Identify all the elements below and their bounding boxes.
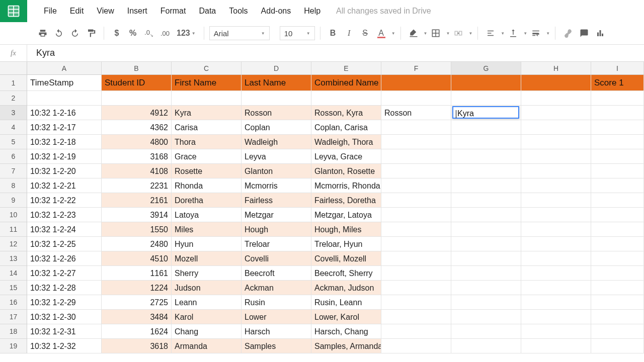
borders-icon[interactable] [428,26,443,41]
cell[interactable] [381,178,451,193]
cell[interactable] [451,266,521,281]
cell[interactable] [521,208,591,222]
cell[interactable]: 4510 [102,251,172,266]
cell[interactable] [521,281,591,295]
cell[interactable]: 10:32 1-2-19 [27,149,102,164]
cell[interactable]: 10:32 1-2-20 [27,164,102,178]
bold-button[interactable]: B [326,26,341,41]
cell[interactable] [591,106,644,120]
row-header-9[interactable]: 9 [0,193,27,208]
cell[interactable] [591,295,644,310]
cell[interactable] [451,339,521,353]
print-icon[interactable] [35,26,50,41]
insert-chart-icon[interactable] [593,26,608,41]
cell[interactable]: Covelli, Mozell [311,251,381,266]
cell[interactable] [591,208,644,222]
header-cell[interactable] [381,75,451,91]
column-header-I[interactable]: I [591,62,644,74]
cell[interactable]: 10:32 1-2-22 [27,193,102,208]
cell[interactable] [102,91,172,106]
cell[interactable]: 3618 [102,339,172,353]
cell[interactable] [591,266,644,281]
cell[interactable] [451,135,521,149]
cell[interactable] [451,208,521,222]
cell[interactable]: Glanton, Rosette [311,164,381,178]
cell[interactable] [451,324,521,339]
cell[interactable] [521,222,591,237]
cell[interactable]: 3168 [102,149,172,164]
cell[interactable] [381,208,451,222]
cell[interactable]: Latoya [172,208,242,222]
row-header-2[interactable]: 2 [0,91,27,106]
formula-input[interactable]: Kyra [27,45,644,61]
cell[interactable] [591,281,644,295]
cell[interactable] [521,237,591,251]
select-all-corner[interactable] [0,62,27,74]
cell[interactable]: Coplan, Carisa [311,120,381,135]
row-header-13[interactable]: 13 [0,251,27,266]
header-cell[interactable]: Student ID [102,75,172,91]
cell[interactable]: Mcmorris [242,178,311,193]
cell[interactable] [381,310,451,324]
text-color-dropdown-icon[interactable]: ▼ [391,31,395,36]
cell[interactable]: Karol [172,310,242,324]
cell[interactable] [451,310,521,324]
cell[interactable]: Rusin, Leann [311,295,381,310]
cell[interactable] [521,193,591,208]
menu-data[interactable]: Data [192,7,222,16]
column-header-C[interactable]: C [172,62,242,74]
cell[interactable]: 10:32 1-2-30 [27,310,102,324]
cell[interactable]: Lower, Karol [311,310,381,324]
cell[interactable]: 10:32 1-2-26 [27,251,102,266]
cell[interactable]: Fairless, Doretha [311,193,381,208]
cell[interactable] [451,149,521,164]
column-header-F[interactable]: F [381,62,451,74]
row-header-3[interactable]: 3 [0,106,27,120]
cell[interactable]: Hough, Miles [311,222,381,237]
cell[interactable] [381,237,451,251]
cell[interactable]: Leyva [242,149,311,164]
merge-cells-icon[interactable] [451,26,466,41]
row-header-12[interactable]: 12 [0,237,27,251]
fill-color-icon[interactable] [406,26,421,41]
column-header-A[interactable]: A [27,62,102,74]
row-header-14[interactable]: 14 [0,266,27,281]
column-header-H[interactable]: H [521,62,591,74]
cell[interactable] [172,91,242,106]
cell[interactable] [521,310,591,324]
cell[interactable] [521,106,591,120]
cell[interactable] [591,222,644,237]
cell[interactable]: Judson [172,281,242,295]
cell[interactable]: Wadleigh, Thora [311,135,381,149]
cell[interactable]: Carisa [172,120,242,135]
column-header-B[interactable]: B [102,62,172,74]
cell[interactable] [591,164,644,178]
cell[interactable]: 10:32 1-2-23 [27,208,102,222]
cell[interactable]: 1161 [102,266,172,281]
cell[interactable] [591,237,644,251]
cell[interactable]: Samples [242,339,311,353]
cell[interactable]: 10:32 1-2-27 [27,266,102,281]
cell[interactable]: Hyun [172,237,242,251]
cell[interactable]: 1624 [102,324,172,339]
cell[interactable]: 10:32 1-2-17 [27,120,102,135]
cell[interactable]: Harsch, Chang [311,324,381,339]
cell[interactable]: Thora [172,135,242,149]
menu-file[interactable]: File [37,7,63,16]
cell[interactable]: Harsch [242,324,311,339]
cell[interactable] [451,164,521,178]
cell[interactable]: 4912 [102,106,172,120]
cell[interactable]: 1224 [102,281,172,295]
cell[interactable] [521,135,591,149]
column-header-D[interactable]: D [242,62,311,74]
italic-button[interactable]: I [342,26,357,41]
menu-format[interactable]: Format [154,7,193,16]
cell[interactable] [521,324,591,339]
header-cell[interactable]: First Name [172,75,242,91]
menu-tools[interactable]: Tools [222,7,254,16]
cell[interactable]: Rosson, Kyra [311,106,381,120]
paint-format-icon[interactable] [84,26,99,41]
cell[interactable]: Hough [242,222,311,237]
column-header-G[interactable]: G [451,62,521,74]
cell[interactable]: 2480 [102,237,172,251]
